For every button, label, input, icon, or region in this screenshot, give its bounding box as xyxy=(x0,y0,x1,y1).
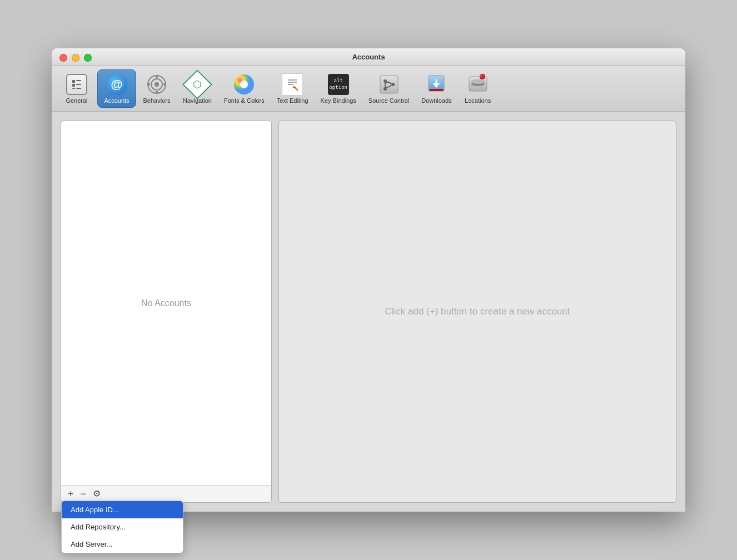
svg-point-23 xyxy=(391,83,395,86)
toolbar-item-key-bindings[interactable]: alt option Key Bindings xyxy=(315,70,362,107)
svg-point-31 xyxy=(471,79,485,84)
svg-point-34 xyxy=(480,74,482,77)
toolbar-item-source-control[interactable]: Source Control xyxy=(363,70,415,107)
dropdown-item-add-apple-id[interactable]: Add Apple ID... xyxy=(62,501,183,518)
content: No Accounts + − ⚙ Add Apple ID... Add Re… xyxy=(52,112,685,512)
toolbar-item-downloads[interactable]: Downloads xyxy=(416,70,457,107)
toolbar: General @ Accounts xyxy=(52,66,685,112)
toolbar-item-general[interactable]: General xyxy=(57,70,96,107)
right-panel: Click add (+) button to create a new acc… xyxy=(278,121,676,503)
svg-rect-12 xyxy=(163,83,166,86)
svg-rect-3 xyxy=(76,84,81,85)
svg-rect-11 xyxy=(147,83,150,86)
panel-toolbar: + − ⚙ xyxy=(61,485,271,502)
svg-rect-0 xyxy=(72,80,75,83)
minimize-button[interactable] xyxy=(72,54,79,62)
window-title: Accounts xyxy=(52,53,685,66)
svg-rect-2 xyxy=(72,84,75,87)
svg-rect-5 xyxy=(76,88,81,89)
toolbar-item-behaviors[interactable]: Behaviors xyxy=(137,70,176,107)
left-panel: No Accounts + − ⚙ Add Apple ID... Add Re… xyxy=(61,121,272,503)
svg-rect-10 xyxy=(156,91,158,94)
toolbar-item-locations[interactable]: Locations xyxy=(459,70,497,107)
key-bindings-label: Key Bindings xyxy=(321,97,356,104)
toolbar-item-fonts-colors[interactable]: Fonts & Colors xyxy=(218,70,270,107)
toolbar-item-accounts[interactable]: @ Accounts xyxy=(97,69,136,108)
dropdown-item-add-server[interactable]: Add Server... xyxy=(62,536,183,553)
svg-rect-4 xyxy=(72,88,75,89)
window: Accounts General xyxy=(52,48,685,512)
text-editing-label: Text Editing xyxy=(277,97,308,104)
add-button[interactable]: + xyxy=(67,489,75,499)
source-control-icon xyxy=(378,73,400,96)
accounts-label: Accounts xyxy=(104,97,129,104)
dropdown-item-add-repository[interactable]: Add Repository... xyxy=(62,518,183,536)
downloads-icon xyxy=(425,73,447,96)
titlebar: Accounts xyxy=(52,48,685,66)
key-bindings-icon: alt option xyxy=(327,73,350,96)
text-editing-icon xyxy=(281,73,303,96)
dropdown-menu: Add Apple ID... Add Repository... Add Se… xyxy=(61,501,183,553)
accounts-icon: @ xyxy=(106,73,128,96)
svg-rect-9 xyxy=(156,75,158,78)
toolbar-item-text-editing[interactable]: Text Editing xyxy=(271,70,314,107)
behaviors-label: Behaviors xyxy=(143,97,171,104)
svg-point-8 xyxy=(155,82,159,87)
gear-button[interactable]: ⚙ xyxy=(92,489,102,498)
general-label: General xyxy=(66,97,87,104)
locations-label: Locations xyxy=(465,97,491,104)
fonts-colors-icon xyxy=(233,73,255,96)
svg-point-33 xyxy=(480,74,485,79)
behaviors-icon xyxy=(146,73,168,96)
svg-rect-20 xyxy=(380,76,398,93)
general-icon xyxy=(66,73,88,96)
navigation-icon: ⬡ xyxy=(186,73,208,96)
no-accounts-text: No Accounts xyxy=(61,121,271,485)
svg-point-14 xyxy=(240,81,248,88)
right-panel-placeholder: Click add (+) button to create a new acc… xyxy=(385,306,570,317)
downloads-label: Downloads xyxy=(421,97,451,104)
close-button[interactable] xyxy=(59,54,67,62)
source-control-label: Source Control xyxy=(368,97,409,104)
fonts-colors-label: Fonts & Colors xyxy=(224,97,265,104)
svg-marker-19 xyxy=(293,86,296,88)
locations-icon xyxy=(467,73,489,96)
toolbar-item-navigation[interactable]: ⬡ Navigation xyxy=(177,70,217,107)
maximize-button[interactable] xyxy=(84,54,92,62)
svg-rect-1 xyxy=(76,80,81,81)
remove-button[interactable]: − xyxy=(79,489,88,499)
